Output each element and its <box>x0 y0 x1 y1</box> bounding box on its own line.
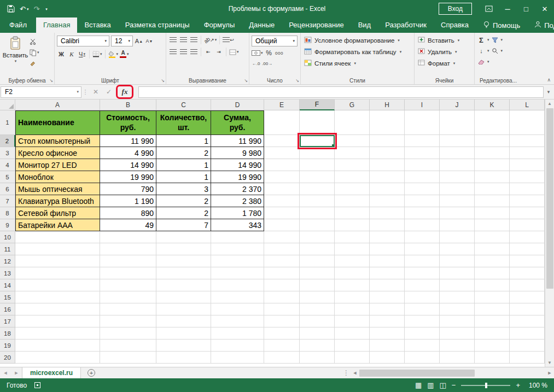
cell-K16[interactable] <box>475 303 510 315</box>
cell-L2[interactable] <box>510 135 545 147</box>
cell-I17[interactable] <box>405 315 440 327</box>
cell-J11[interactable] <box>440 243 475 255</box>
ribbon-tab-Разработчик[interactable]: Разработчик <box>378 17 434 33</box>
horizontal-scroll-thumb[interactable] <box>359 370 475 377</box>
cell-H6[interactable] <box>370 183 405 195</box>
zoom-out-icon[interactable]: − <box>452 381 456 389</box>
format-as-table-button[interactable]: Форматировать как таблицу▾ <box>303 46 412 57</box>
cell-L10[interactable] <box>510 231 545 243</box>
column-header-H[interactable]: H <box>370 100 405 110</box>
row-header-6[interactable]: 6 <box>0 183 15 195</box>
alignment-dialog-launcher-icon[interactable]: ↘ <box>244 78 248 83</box>
borders-icon[interactable]: ▾ <box>92 50 102 58</box>
undo-icon[interactable]: ↶▾ <box>20 5 28 13</box>
find-select-icon[interactable] <box>491 46 499 55</box>
cell-B10[interactable] <box>100 231 156 243</box>
cell-A16[interactable] <box>15 303 100 315</box>
column-header-K[interactable]: K <box>475 100 510 110</box>
cell-A12[interactable] <box>15 255 100 267</box>
customize-qat-icon[interactable]: ▾ <box>44 7 48 11</box>
zoom-slider[interactable] <box>461 385 510 386</box>
insert-cells-button[interactable]: Вставить▾ <box>417 34 472 46</box>
row-header-12[interactable]: 12 <box>0 255 15 267</box>
cell-K20[interactable] <box>475 352 510 364</box>
horizontal-scroll-track[interactable] <box>359 369 545 377</box>
cell-J18[interactable] <box>440 327 475 340</box>
cell-D6[interactable]: 2 370 <box>211 183 264 195</box>
cell-E15[interactable] <box>264 291 300 303</box>
cell-H3[interactable] <box>370 147 405 159</box>
cell-K8[interactable] <box>475 207 510 219</box>
cell-H10[interactable] <box>370 231 405 243</box>
ribbon-display-options-icon[interactable] <box>480 0 498 17</box>
cell-F15[interactable] <box>300 291 335 303</box>
ribbon-tab-file[interactable]: Файл <box>0 17 36 33</box>
cell-K18[interactable] <box>475 327 510 340</box>
cell-D2[interactable]: 11 990 <box>211 135 264 147</box>
cell-H17[interactable] <box>370 315 405 327</box>
cell-E20[interactable] <box>264 352 300 364</box>
clipboard-dialog-launcher-icon[interactable]: ↘ <box>49 78 53 83</box>
cell-G5[interactable] <box>335 171 370 183</box>
cell-I11[interactable] <box>405 243 440 255</box>
cell-E8[interactable] <box>264 207 300 219</box>
cell-G15[interactable] <box>335 291 370 303</box>
cell-H13[interactable] <box>370 267 405 279</box>
cell-J10[interactable] <box>440 231 475 243</box>
cell-L14[interactable] <box>510 279 545 291</box>
cell-E14[interactable] <box>264 279 300 291</box>
cell-D7[interactable]: 2 380 <box>211 195 264 207</box>
cell-J12[interactable] <box>440 255 475 267</box>
sort-filter-icon[interactable] <box>491 36 499 44</box>
cell-C16[interactable] <box>156 303 211 315</box>
cell-E11[interactable] <box>264 243 300 255</box>
cell-F10[interactable] <box>300 231 335 243</box>
cell-D12[interactable] <box>211 255 264 267</box>
clear-icon[interactable] <box>477 57 486 66</box>
cell-A8[interactable]: Сетевой фильтр <box>15 207 100 219</box>
cell-D15[interactable] <box>211 291 264 303</box>
align-top-icon[interactable] <box>168 36 177 44</box>
column-header-C[interactable]: C <box>156 100 211 110</box>
align-right-icon[interactable] <box>189 48 198 56</box>
wrap-text-icon[interactable]: ↩ <box>223 36 234 44</box>
cell-L9[interactable] <box>510 219 545 231</box>
cell-F9[interactable] <box>300 219 335 231</box>
cell-I12[interactable] <box>405 255 440 267</box>
cell-F18[interactable] <box>300 327 335 340</box>
insert-function-button[interactable]: fx <box>119 87 131 96</box>
redo-icon[interactable]: ↷ <box>33 5 39 13</box>
cell-J2[interactable] <box>440 135 475 147</box>
cell-L5[interactable] <box>510 171 545 183</box>
number-dialog-launcher-icon[interactable]: ↘ <box>295 78 299 83</box>
row-header-7[interactable]: 7 <box>0 195 15 207</box>
cell-B6[interactable]: 790 <box>100 183 156 195</box>
cell-B9[interactable]: 49 <box>100 219 156 231</box>
cell-J15[interactable] <box>440 291 475 303</box>
fill-icon[interactable]: ↓ <box>477 46 486 55</box>
cell-K5[interactable] <box>475 171 510 183</box>
cell-E7[interactable] <box>264 195 300 207</box>
cell-C5[interactable]: 1 <box>156 171 211 183</box>
minimize-button[interactable]: ─ <box>498 0 517 17</box>
cell-B19[interactable] <box>100 340 156 352</box>
collapse-ribbon-icon[interactable]: ∧ <box>547 77 551 83</box>
cell-G19[interactable] <box>335 340 370 352</box>
cell-G9[interactable] <box>335 219 370 231</box>
cell-F14[interactable] <box>300 279 335 291</box>
cell-J3[interactable] <box>440 147 475 159</box>
cell-C20[interactable] <box>156 352 211 364</box>
cell-K11[interactable] <box>475 243 510 255</box>
cell-B5[interactable]: 19 990 <box>100 171 156 183</box>
help-tab[interactable]: Помощь <box>476 17 527 33</box>
cell-H1[interactable] <box>370 110 405 135</box>
cell-B4[interactable]: 14 990 <box>100 159 156 171</box>
cell-H19[interactable] <box>370 340 405 352</box>
cell-B7[interactable]: 1 190 <box>100 195 156 207</box>
cell-D8[interactable]: 1 780 <box>211 207 264 219</box>
ribbon-tab-Главная[interactable]: Главная <box>36 17 77 33</box>
cell-G12[interactable] <box>335 255 370 267</box>
cell-F17[interactable] <box>300 315 335 327</box>
ribbon-tab-Вид[interactable]: Вид <box>351 17 378 33</box>
cell-C18[interactable] <box>156 327 211 340</box>
